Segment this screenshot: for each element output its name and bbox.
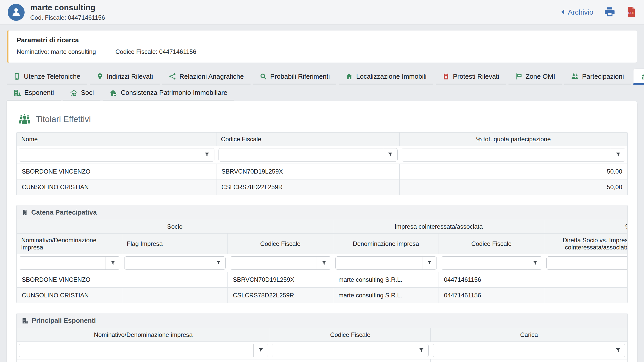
filter-row xyxy=(17,342,627,359)
flag-impresa-filter-input[interactable] xyxy=(124,257,211,269)
nome-filter-button[interactable] xyxy=(200,148,214,161)
tab-titolari-effettivi[interactable]: Titolari Effettivi xyxy=(633,68,644,85)
search-params-title: Parametri di ricerca xyxy=(17,36,629,44)
section-heading-label: Titolari Effettivi xyxy=(36,114,91,124)
column-header-nome: Nome xyxy=(17,133,216,146)
house-users-icon xyxy=(70,89,78,96)
principali-esponenti-card: Principali Esponenti Nominativo/Denomina… xyxy=(16,313,628,362)
codice-fiscale-impresa-filter-input[interactable] xyxy=(441,257,528,269)
cell-quota: 50,00 xyxy=(400,164,627,179)
cell-flag-impresa xyxy=(122,272,228,288)
people-group-icon xyxy=(18,113,31,125)
tab-indirizzi-rilevati[interactable]: Indirizzi Rilevati xyxy=(90,68,160,85)
tab-label: Protesti Rilevati xyxy=(453,73,499,81)
caret-left-icon xyxy=(560,8,565,16)
denominazione-filter-input[interactable] xyxy=(336,257,422,269)
carica-filter-input[interactable] xyxy=(433,344,611,357)
tab-label: Zone OMI xyxy=(526,73,555,81)
table-row: CUNSOLINO CRISTIAN CSLCRS78D22L259R 50,0… xyxy=(17,179,627,195)
column-header-codice-fiscale: Codice Fiscale xyxy=(270,328,431,342)
esponenti-codice-fiscale-filter-button[interactable] xyxy=(414,344,428,357)
tab-protesti-rilevati[interactable]: Protesti Rilevati xyxy=(436,68,506,85)
catena-partecipativa-card: Catena Partecipativa Socio Impresa coint… xyxy=(16,205,628,303)
column-header-carica: Carica xyxy=(431,328,627,342)
codice-fiscale-socio-filter-button[interactable] xyxy=(317,257,331,269)
flag-impresa-filter-button[interactable] xyxy=(211,257,225,269)
tab-utenze-telefoniche[interactable]: Utenze Telefoniche xyxy=(7,68,87,85)
nominativo-filter-input[interactable] xyxy=(19,257,106,269)
cell-denominazione: marte consulting S.R.L. xyxy=(333,288,439,303)
param-nominativo: Nominativo: marte consulting xyxy=(17,48,96,55)
catena-card-header: Catena Partecipativa xyxy=(17,205,627,220)
nominativo-filter-button[interactable] xyxy=(106,257,120,269)
column-header-codice-fiscale-socio: Codice Fiscale xyxy=(228,234,333,254)
codice-fiscale-filter-button[interactable] xyxy=(383,148,397,161)
funnel-icon xyxy=(258,348,263,354)
export-pdf-button[interactable]: PDF xyxy=(626,6,636,18)
filter-row xyxy=(17,254,628,272)
column-header-nominativo: Nominativo/Denominazione impresa xyxy=(17,234,122,254)
codice-fiscale-socio-filter-input[interactable] xyxy=(230,257,317,269)
app-header: marte consulting Cod. Fiscale: 044714611… xyxy=(0,0,644,25)
tab-consistenza-patrimonio[interactable]: Consistenza Patrimonio Immobiliare xyxy=(103,85,234,101)
funnel-icon xyxy=(388,152,393,158)
print-button[interactable] xyxy=(604,6,615,18)
section-heading-titolari: Titolari Effettivi xyxy=(18,113,628,125)
quota-filter-input[interactable] xyxy=(402,148,611,161)
search-params-card: Parametri di ricerca Nominativo: marte c… xyxy=(7,30,637,63)
cell-nominativo: SBORDONE VINCENZO xyxy=(17,272,122,288)
map-sign-icon xyxy=(515,73,522,80)
cell-nominativo: SBORDONE VINCENZO xyxy=(17,359,270,362)
funnel-icon xyxy=(427,260,432,266)
archive-link[interactable]: Archivio xyxy=(560,8,593,16)
codice-fiscale-impresa-filter-button[interactable] xyxy=(528,257,542,269)
tab-partecipazioni[interactable]: Partecipazioni xyxy=(564,68,630,85)
column-header-quota: % tot. quota partecipazione xyxy=(400,133,627,146)
printer-icon xyxy=(604,6,615,18)
nome-filter-input[interactable] xyxy=(19,148,200,161)
fiscal-code-subtitle: Cod. Fiscale: 04471461156 xyxy=(30,14,105,21)
table-row: SBORDONE VINCENZO SBRVCN70D19L259X marte… xyxy=(17,272,628,288)
tab-label: Esponenti xyxy=(24,89,54,97)
cell-codice-fiscale: SBRVCN70D19L259X xyxy=(216,164,400,179)
tab-probabili-riferimenti[interactable]: Probabili Riferimenti xyxy=(253,68,337,85)
carica-filter-button[interactable] xyxy=(611,344,625,357)
tab-label: Probabili Riferimenti xyxy=(270,73,330,81)
cell-diretta: 50,00 xyxy=(544,272,628,288)
tab-soci[interactable]: Soci xyxy=(63,85,101,101)
funnel-icon xyxy=(110,260,116,266)
diretta-filter-input[interactable] xyxy=(547,257,628,269)
cell-nome: CUNSOLINO CRISTIAN xyxy=(17,179,216,195)
esponenti-nominativo-filter-input[interactable] xyxy=(19,344,253,357)
id-badge-icon xyxy=(442,73,450,80)
cell-codice-fiscale: SBRVCN70D19L259X xyxy=(270,359,431,362)
quota-filter-button[interactable] xyxy=(611,148,625,161)
tab-localizzazione-immobili[interactable]: Localizzazione Immobili xyxy=(339,68,433,85)
file-pdf-icon: PDF xyxy=(626,6,636,18)
cell-codice-fiscale: CSLCRS78D22L259R xyxy=(216,179,400,195)
cell-quota: 50,00 xyxy=(400,179,627,195)
company-avatar xyxy=(8,4,25,21)
tab-label: Consistenza Patrimonio Immobiliare xyxy=(121,89,227,97)
group-header-socio: Socio xyxy=(17,220,333,234)
esponenti-codice-fiscale-filter-input[interactable] xyxy=(272,344,414,357)
tab-label: Indirizzi Rilevati xyxy=(107,73,153,81)
share-nodes-icon xyxy=(169,73,176,80)
funnel-icon xyxy=(419,348,424,354)
funnel-icon xyxy=(204,152,210,158)
person-icon xyxy=(11,7,21,18)
denominazione-filter-button[interactable] xyxy=(422,257,437,269)
esponenti-card-title: Principali Esponenti xyxy=(32,317,96,325)
esponenti-nominativo-filter-button[interactable] xyxy=(253,344,268,357)
tab-esponenti[interactable]: Esponenti xyxy=(7,85,61,101)
tab-bar: Utenze Telefoniche Indirizzi Rilevati Re… xyxy=(7,68,637,101)
table-row: SBORDONE VINCENZO SBRVCN70D19L259X 50,00 xyxy=(17,164,627,179)
cell-carica: AMMINISTRATORE UNICO xyxy=(431,359,627,362)
cell-diretta: 50,00 xyxy=(544,288,628,303)
tab-zone-omi[interactable]: Zone OMI xyxy=(508,68,562,85)
tab-relazioni-anagrafiche[interactable]: Relazioni Anagrafiche xyxy=(162,68,251,85)
column-header-flag-impresa: Flag Impresa xyxy=(122,234,228,254)
codice-fiscale-filter-input[interactable] xyxy=(219,148,383,161)
cell-nome: SBORDONE VINCENZO xyxy=(17,164,216,179)
funnel-icon xyxy=(533,260,538,266)
